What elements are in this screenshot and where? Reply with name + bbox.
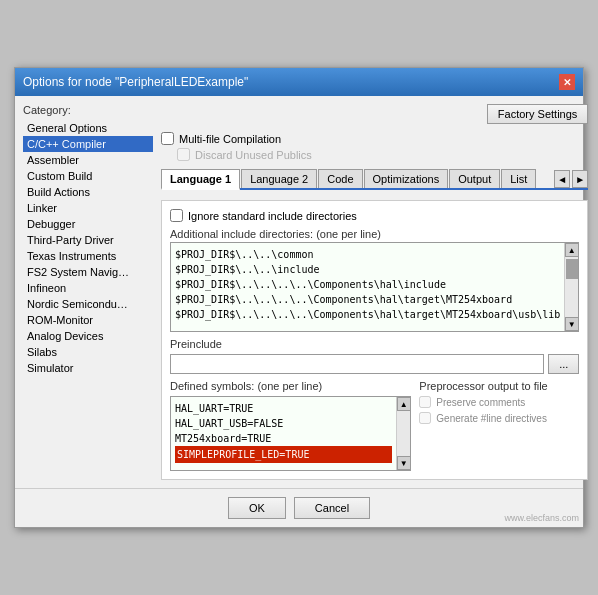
scroll-thumb[interactable] — [566, 259, 578, 279]
tab-next-button[interactable]: ► — [572, 170, 588, 188]
symbols-container: HAL_UART=TRUE HAL_UART_USB=FALSE MT254xb… — [170, 396, 411, 471]
ignore-include-checkbox[interactable] — [170, 209, 183, 222]
symbol-2: MT254xboard=TRUE — [175, 433, 271, 444]
sidebar-item-silabs[interactable]: Silabs — [23, 344, 153, 360]
symbol-1: HAL_UART_USB=FALSE — [175, 418, 283, 429]
discard-unused-label: Discard Unused Publics — [195, 149, 312, 161]
panel-content: Ignore standard include directories Addi… — [161, 200, 588, 480]
sidebar-item-third-party-driver[interactable]: Third-Party Driver — [23, 232, 153, 248]
main-panel: Factory Settings Multi-file Compilation … — [161, 104, 588, 480]
additional-includes-section: Additional include directories: (one per… — [170, 228, 579, 332]
sidebar-item-assembler[interactable]: Assembler — [23, 152, 153, 168]
dialog-body: Category: General Options C/C++ Compiler… — [15, 96, 583, 488]
ok-button[interactable]: OK — [228, 497, 286, 519]
title-bar: Options for node "PeripheralLEDExample" … — [15, 68, 583, 96]
generate-directives-checkbox[interactable] — [419, 412, 431, 424]
preinclude-input-row: ... — [170, 354, 579, 374]
additional-includes-label: Additional include directories: (one per… — [170, 228, 579, 240]
preprocessor-label: Preprocessor output to file — [419, 380, 579, 392]
sidebar-item-nordic[interactable]: Nordic Semicondu… — [23, 296, 153, 312]
dialog-footer: OK Cancel www.elecfans.com — [15, 488, 583, 527]
multi-file-checkbox[interactable] — [161, 132, 174, 145]
include-dir-0: $PROJ_DIR$\..\..\common — [175, 249, 313, 260]
defined-symbols-section: Defined symbols: (one per line) HAL_UART… — [170, 380, 579, 471]
include-dirs-container: $PROJ_DIR$\..\..\common $PROJ_DIR$\..\..… — [170, 242, 579, 332]
preserve-comments-row: Preserve comments — [419, 396, 579, 408]
tab-prev-button[interactable]: ◄ — [554, 170, 570, 188]
include-dirs-text: $PROJ_DIR$\..\..\common $PROJ_DIR$\..\..… — [171, 243, 564, 331]
preserve-comments-checkbox[interactable] — [419, 396, 431, 408]
include-dir-2: $PROJ_DIR$\..\..\..\..\Components\hal\in… — [175, 279, 446, 290]
category-label: Category: — [23, 104, 153, 116]
tab-list[interactable]: List — [501, 169, 536, 188]
generate-directives-label: Generate #line directives — [436, 413, 547, 424]
watermark: www.elecfans.com — [504, 513, 579, 523]
generate-directives-row: Generate #line directives — [419, 412, 579, 424]
symbols-text: HAL_UART=TRUE HAL_UART_USB=FALSE MT254xb… — [171, 397, 396, 470]
tabs-row: Language 1 Language 2 Code Optimizations… — [161, 169, 588, 190]
sidebar-item-general-options[interactable]: General Options — [23, 120, 153, 136]
sidebar-item-linker[interactable]: Linker — [23, 200, 153, 216]
symbol-3-highlight: SIMPLEPROFILE_LED=TRUE — [175, 446, 392, 463]
multi-file-checkbox-row: Multi-file Compilation — [161, 132, 588, 145]
scroll-down-arrow[interactable]: ▼ — [565, 317, 579, 331]
include-dir-1: $PROJ_DIR$\..\..\include — [175, 264, 320, 275]
sidebar-item-fs2[interactable]: FS2 System Navig… — [23, 264, 153, 280]
multi-file-label: Multi-file Compilation — [179, 133, 281, 145]
ignore-include-row: Ignore standard include directories — [170, 209, 579, 222]
symbols-scroll-up[interactable]: ▲ — [397, 397, 411, 411]
tab-navigation: ◄ ► — [554, 170, 588, 188]
tab-language1[interactable]: Language 1 — [161, 169, 240, 190]
sidebar-item-rom-monitor[interactable]: ROM-Monitor — [23, 312, 153, 328]
preinclude-input[interactable] — [170, 354, 544, 374]
sidebar-item-simulator[interactable]: Simulator — [23, 360, 153, 376]
cancel-button[interactable]: Cancel — [294, 497, 370, 519]
tab-language2[interactable]: Language 2 — [241, 169, 317, 188]
preinclude-section: Preinclude ... — [170, 338, 579, 374]
preinclude-browse-button[interactable]: ... — [548, 354, 579, 374]
defined-symbols-label: Defined symbols: (one per line) — [170, 380, 411, 392]
symbols-scroll-down[interactable]: ▼ — [397, 456, 411, 470]
close-button[interactable]: ✕ — [559, 74, 575, 90]
scroll-up-arrow[interactable]: ▲ — [565, 243, 579, 257]
tab-output[interactable]: Output — [449, 169, 500, 188]
include-dir-3: $PROJ_DIR$\..\..\..\..\Components\hal\ta… — [175, 294, 512, 305]
ignore-include-label: Ignore standard include directories — [188, 210, 357, 222]
symbols-left: Defined symbols: (one per line) HAL_UART… — [170, 380, 411, 471]
dialog-title: Options for node "PeripheralLEDExample" — [23, 75, 248, 89]
sidebar: Category: General Options C/C++ Compiler… — [23, 104, 153, 480]
discard-unused-checkbox[interactable] — [177, 148, 190, 161]
sidebar-item-custom-build[interactable]: Custom Build — [23, 168, 153, 184]
sidebar-item-infineon[interactable]: Infineon — [23, 280, 153, 296]
preserve-comments-label: Preserve comments — [436, 397, 525, 408]
discard-unused-checkbox-row: Discard Unused Publics — [161, 148, 588, 161]
options-dialog: Options for node "PeripheralLEDExample" … — [14, 67, 584, 528]
include-dir-4: $PROJ_DIR$\..\..\..\..\Components\hal\ta… — [175, 309, 560, 320]
symbols-right: Preprocessor output to file Preserve com… — [419, 380, 579, 471]
tab-optimizations[interactable]: Optimizations — [364, 169, 449, 188]
symbols-scrollbar[interactable]: ▲ ▼ — [396, 397, 410, 470]
symbol-0: HAL_UART=TRUE — [175, 403, 253, 414]
preinclude-label: Preinclude — [170, 338, 579, 350]
factory-btn-row: Factory Settings — [161, 104, 588, 124]
include-dirs-scrollbar[interactable]: ▲ ▼ — [564, 243, 578, 331]
sidebar-item-c-cpp-compiler[interactable]: C/C++ Compiler — [23, 136, 153, 152]
sidebar-item-debugger[interactable]: Debugger — [23, 216, 153, 232]
sidebar-item-build-actions[interactable]: Build Actions — [23, 184, 153, 200]
tab-code[interactable]: Code — [318, 169, 362, 188]
checkboxes-section: Multi-file Compilation Discard Unused Pu… — [161, 132, 588, 161]
factory-settings-button[interactable]: Factory Settings — [487, 104, 588, 124]
sidebar-item-analog-devices[interactable]: Analog Devices — [23, 328, 153, 344]
sidebar-item-texas-instruments[interactable]: Texas Instruments — [23, 248, 153, 264]
